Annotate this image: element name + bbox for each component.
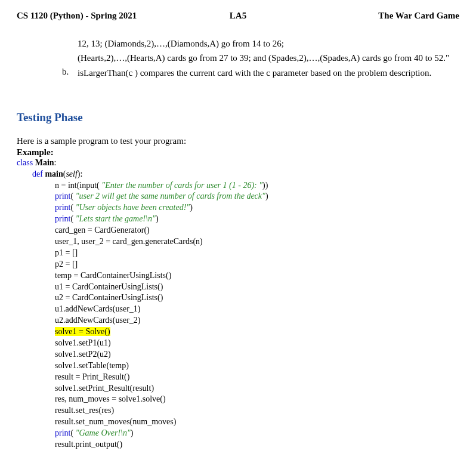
code-line-9: p1 = []: [55, 248, 459, 259]
code-block: class Main: def main(self): n = int(inpu…: [17, 158, 459, 451]
code-line-25: print( "Game Over!\n"): [55, 428, 459, 439]
code-line-4: print( "user 2 will get the same number …: [55, 191, 459, 202]
code-line-21: solve1.setPrint_Result(result): [55, 383, 459, 394]
code-line-class: class Main:: [17, 158, 459, 169]
list-cont-line2: (Hearts,2),…,(Hearts,A) cards go from 27…: [78, 52, 459, 64]
code-line-5: print( "User objects have been created!"…: [55, 202, 459, 214]
str-25: "Game Over!\n": [76, 428, 131, 437]
fn-main: main: [45, 169, 63, 178]
list-marker-b: b.: [62, 67, 78, 81]
kw-print-5: print: [55, 203, 70, 212]
header-assignment: LA5: [164, 11, 311, 21]
code-line-24: result.set_num_moves(num_moves): [55, 417, 459, 428]
code-line-23: result.set_res(res): [55, 405, 459, 417]
code-line-17: solve1.setP1(u1): [55, 338, 459, 349]
page-header: CS 1120 (Python) - Spring 2021 LA5 The W…: [17, 11, 459, 21]
list-item-b-text: isLargerThan(c ) compares the current ca…: [78, 67, 431, 79]
code-line-13: u2 = CardContainerUsingLists(): [55, 292, 459, 304]
code-line-16: solve1 = Solve(): [55, 326, 459, 338]
class-name-main: Main: [35, 158, 54, 167]
example-label: Example:: [17, 147, 459, 158]
section-title-testing: Testing Phase: [17, 111, 459, 124]
str-3: "Enter the number of cards for user 1 (1…: [101, 181, 262, 190]
str-4: "user 2 will get the same number of card…: [76, 192, 265, 200]
code-line-20: result = Print_Result(): [55, 372, 459, 383]
code-line-12: u1 = CardContainerUsingLists(): [55, 282, 459, 293]
code-line-8: user_1, user_2 = card_gen.generateCards(…: [55, 236, 459, 248]
code-line-11: temp = CardContainerUsingLists(): [55, 270, 459, 282]
code-line-18: solve1.setP2(u2): [55, 349, 459, 360]
kw-print-25: print: [55, 428, 70, 437]
code-line-def: def main(self):: [32, 169, 459, 180]
code-line-19: solve1.setTable(temp): [55, 360, 459, 372]
code-line-6: print( "Lets start the game!\n"): [55, 214, 459, 225]
kw-class: class: [17, 158, 33, 167]
list-cont-line1: 12, 13; (Diamonds,2),…,(Diamonds,A) go f…: [78, 38, 459, 50]
str-5: "User objects have been created!": [76, 203, 190, 212]
colon: :: [54, 158, 57, 167]
code-line-14: u1.addNewCards(user_1): [55, 304, 459, 315]
list-continuation: 12, 13; (Diamonds,2),…,(Diamonds,A) go f…: [78, 38, 459, 81]
header-course: CS 1120 (Python) - Spring 2021: [17, 11, 164, 21]
kw-print-4: print: [55, 192, 70, 200]
kw-def: def: [32, 169, 43, 178]
param-self: self: [66, 169, 77, 178]
header-title: The War Card Game: [312, 11, 459, 21]
highlight-solve: solve1 = Solve(): [55, 327, 110, 336]
code-line-22: res, num_moves = solve1.solve(): [55, 394, 459, 405]
code-line-26: result.print_output(): [55, 439, 459, 451]
code-line-15: u2.addNewCards(user_2): [55, 315, 459, 326]
intro-text: Here is a sample program to test your pr…: [17, 136, 459, 146]
code-line-10: p2 = []: [55, 259, 459, 270]
list-item-b: b. isLargerThan(c ) compares the current…: [62, 67, 459, 81]
code-line-3: n = int(input( "Enter the number of card…: [55, 180, 459, 192]
str-6: "Lets start the game!\n": [76, 214, 156, 223]
code-line-7: card_gen = CardGenerator(): [55, 225, 459, 236]
kw-print-6: print: [55, 214, 70, 223]
